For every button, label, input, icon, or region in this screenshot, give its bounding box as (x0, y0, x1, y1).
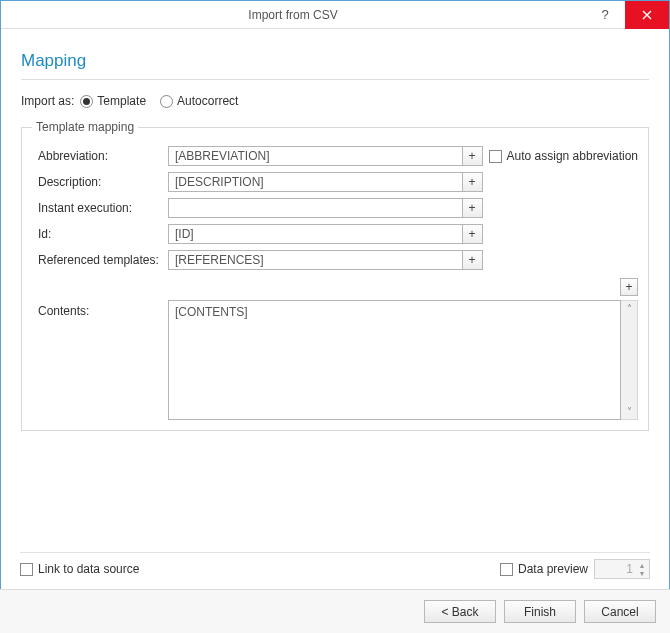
checkbox-icon (500, 563, 513, 576)
plus-icon: + (625, 280, 632, 294)
input-id[interactable] (168, 224, 463, 244)
auto-assign-checkbox[interactable]: Auto assign abbreviation (489, 149, 638, 163)
back-button[interactable]: < Back (424, 600, 496, 623)
chevron-down-icon: ˅ (627, 406, 632, 417)
cancel-button[interactable]: Cancel (584, 600, 656, 623)
preview-index-spinner[interactable]: 1 ▲ ▼ (594, 559, 650, 579)
radio-autocorrect[interactable]: Autocorrect (160, 94, 238, 108)
radio-icon (160, 95, 173, 108)
input-description[interactable] (168, 172, 463, 192)
label-referenced: Referenced templates: (32, 253, 162, 267)
chevron-down-icon: ▼ (636, 569, 648, 577)
checkbox-icon (20, 563, 33, 576)
radio-template[interactable]: Template (80, 94, 146, 108)
link-to-source-checkbox[interactable]: Link to data source (20, 562, 139, 576)
content-area: Mapping Import as: Template Autocorrect … (1, 29, 669, 431)
import-as-row: Import as: Template Autocorrect (21, 94, 649, 108)
label-instant: Instant execution: (32, 201, 162, 215)
footer: < Back Finish Cancel (0, 589, 670, 633)
plus-icon: + (469, 201, 476, 215)
chevron-up-icon: ˄ (627, 303, 632, 314)
help-button[interactable]: ? (585, 7, 625, 22)
template-mapping-group: Template mapping Abbreviation: + Auto as… (21, 120, 649, 431)
data-preview-checkbox[interactable]: Data preview (500, 562, 588, 576)
plus-icon: + (469, 149, 476, 163)
link-to-source-label: Link to data source (38, 562, 139, 576)
close-icon (642, 10, 652, 20)
chevron-up-icon: ▲ (636, 561, 648, 569)
plus-icon: + (469, 175, 476, 189)
finish-button[interactable]: Finish (504, 600, 576, 623)
checkbox-icon (489, 150, 502, 163)
add-description-button[interactable]: + (463, 172, 483, 192)
close-button[interactable] (625, 1, 669, 29)
data-preview-label: Data preview (518, 562, 588, 576)
label-description: Description: (32, 175, 162, 189)
radio-autocorrect-label: Autocorrect (177, 94, 238, 108)
contents-scrollbar[interactable]: ˄ ˅ (621, 300, 638, 420)
input-instant[interactable] (168, 198, 463, 218)
divider (21, 79, 649, 80)
auto-assign-label: Auto assign abbreviation (507, 149, 638, 163)
titlebar: Import from CSV ? (1, 1, 669, 29)
radio-template-label: Template (97, 94, 146, 108)
add-instant-button[interactable]: + (463, 198, 483, 218)
plus-icon: + (469, 227, 476, 241)
plus-icon: + (469, 253, 476, 267)
input-abbreviation[interactable] (168, 146, 463, 166)
import-as-label: Import as: (21, 94, 74, 108)
radio-icon (80, 95, 93, 108)
label-contents: Contents: (32, 300, 162, 420)
page-heading: Mapping (21, 51, 649, 71)
bottom-options-row: Link to data source Data preview 1 ▲ ▼ (20, 551, 650, 579)
add-abbreviation-button[interactable]: + (463, 146, 483, 166)
add-id-button[interactable]: + (463, 224, 483, 244)
group-legend: Template mapping (32, 120, 138, 134)
label-abbreviation: Abbreviation: (32, 149, 162, 163)
label-id: Id: (32, 227, 162, 241)
mapping-grid: Abbreviation: + Auto assign abbreviation… (32, 146, 638, 270)
input-referenced[interactable] (168, 250, 463, 270)
add-referenced-button[interactable]: + (463, 250, 483, 270)
window-title: Import from CSV (1, 8, 585, 22)
textarea-contents[interactable] (168, 300, 621, 420)
add-contents-column-button[interactable]: + (620, 278, 638, 296)
